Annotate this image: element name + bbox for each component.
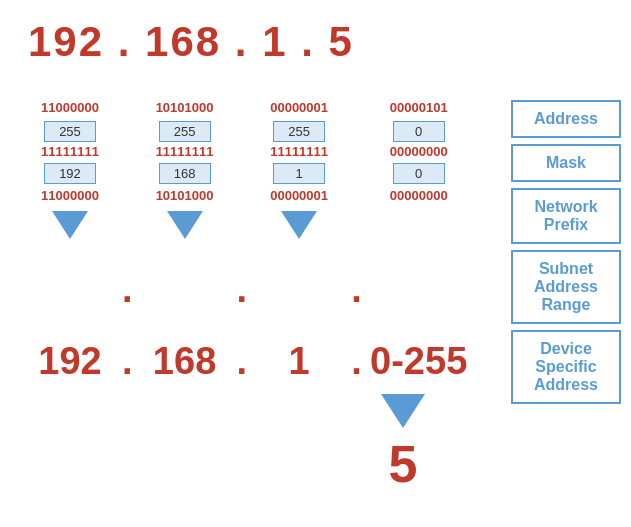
binary-top-4: 00000101 <box>390 100 448 115</box>
dot-sep-1: . <box>120 268 135 311</box>
panel-network-prefix: NetworkPrefix <box>511 188 621 244</box>
binary-result-2: 10101000 <box>156 188 214 203</box>
binary-top-3: 00000001 <box>270 100 328 115</box>
octet-col-4: 00000101 0 00000000 0 00000000 <box>364 100 474 209</box>
binary-result-1: 11000000 <box>41 188 99 203</box>
result-box-1: 192 <box>44 163 96 184</box>
binary-mask-3: 11111111 <box>270 144 328 159</box>
binary-mask-1: 11111111 <box>41 144 99 159</box>
binary-result-3: 00000001 <box>270 188 328 203</box>
result-box-4: 0 <box>393 163 445 184</box>
mask-box-3: 255 <box>273 121 325 142</box>
mask-box-4: 0 <box>393 121 445 142</box>
arrow-down-device <box>381 394 425 428</box>
mask-box-2: 255 <box>159 121 211 142</box>
diagram-area: 11000000 255 11111111 192 11000000 . 101… <box>20 100 474 311</box>
bottom-num-3: 1 <box>249 340 349 383</box>
octet-col-2: 10101000 255 11111111 168 10101000 <box>135 100 235 245</box>
arrow-down-2 <box>167 211 203 239</box>
top-ip-address: 192 . 168 . 1 . 5 <box>28 18 354 66</box>
binary-top-1: 11000000 <box>41 100 99 115</box>
result-box-3: 1 <box>273 163 325 184</box>
result-box-2: 168 <box>159 163 211 184</box>
binary-mask-2: 11111111 <box>156 144 214 159</box>
panel-subnet-range: SubnetAddressRange <box>511 250 621 324</box>
bottom-row: 192 . 168 . 1 . 0-255 <box>20 340 474 383</box>
bottom-num-4: 0-255 <box>364 340 474 383</box>
device-specific-number: 5 <box>389 434 418 494</box>
binary-mask-4: 00000000 <box>390 144 448 159</box>
arrow-down-3 <box>281 211 317 239</box>
bottom-dot-1: . <box>120 340 135 383</box>
right-panel: Address Mask NetworkPrefix SubnetAddress… <box>511 100 621 404</box>
dot-sep-3: . <box>349 268 364 311</box>
arrow-down-1 <box>52 211 88 239</box>
binary-top-2: 10101000 <box>156 100 214 115</box>
panel-device-specific: DeviceSpecificAddress <box>511 330 621 404</box>
bottom-dot-2: . <box>235 340 250 383</box>
octet-col-3: 00000001 255 11111111 1 00000001 <box>249 100 349 245</box>
bottom-dot-3: . <box>349 340 364 383</box>
binary-result-4: 00000000 <box>390 188 448 203</box>
dot-sep-2: . <box>235 268 250 311</box>
device-specific-area: 5 <box>348 390 458 494</box>
panel-mask: Mask <box>511 144 621 182</box>
mask-box-1: 255 <box>44 121 96 142</box>
panel-address: Address <box>511 100 621 138</box>
bottom-num-1: 192 <box>20 340 120 383</box>
bottom-num-2: 168 <box>135 340 235 383</box>
octet-col-1: 11000000 255 11111111 192 11000000 <box>20 100 120 245</box>
